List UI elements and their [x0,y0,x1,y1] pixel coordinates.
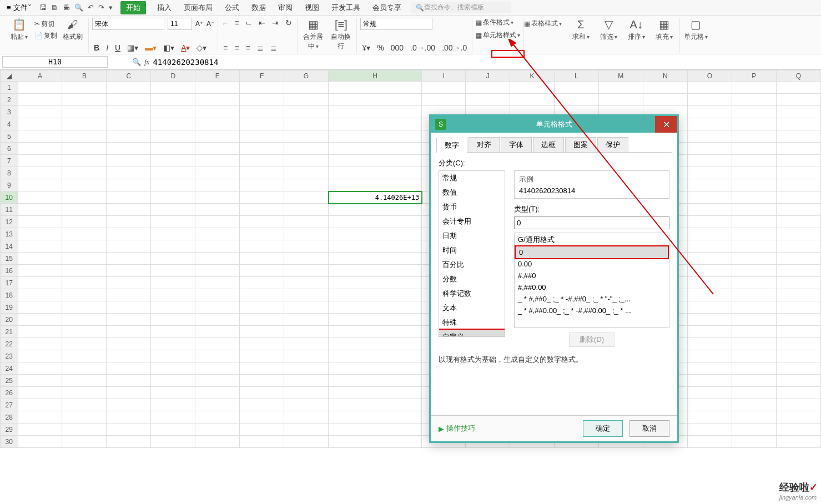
cell-F15[interactable] [240,253,284,265]
sum-button[interactable]: Σ求和 [568,18,593,42]
cell-Q12[interactable] [776,216,820,228]
type-list[interactable]: G/通用格式00.00#,##0#,##0.00_ * #,##0_ ;_ * … [514,233,669,328]
cell-G23[interactable] [284,350,329,362]
row-header-17[interactable]: 17 [1,277,18,289]
cell-Q2[interactable] [776,94,820,106]
type-item[interactable]: _ * #,##0_ ;_ * -#,##0_ ;_ * "-"_ ;_... [515,293,669,305]
cell-A9[interactable] [18,179,62,191]
cell-C3[interactable] [107,106,151,118]
cell-Q22[interactable] [776,338,820,350]
cell-E7[interactable] [195,155,240,167]
cell-G15[interactable] [284,253,329,265]
cell-E8[interactable] [195,167,240,179]
cell-P24[interactable] [732,362,776,375]
cell-D12[interactable] [151,216,195,228]
row-header-2[interactable]: 2 [1,94,18,106]
cell-E21[interactable] [195,326,240,338]
cell-Q4[interactable] [776,118,820,130]
cell-O1[interactable] [687,82,732,94]
cell-K1[interactable] [510,82,555,94]
cell-H27[interactable] [329,399,422,411]
cell-F16[interactable] [240,265,284,277]
cell-E25[interactable] [195,375,240,387]
cell-Q15[interactable] [776,253,820,265]
copy-button[interactable]: 📄 复制 [34,31,57,41]
cell-B24[interactable] [62,362,107,375]
cell-Q21[interactable] [776,326,820,338]
font-color-button[interactable]: A▾ [179,43,192,53]
cell-D20[interactable] [151,314,195,326]
cell-A25[interactable] [18,375,62,387]
cell-H12[interactable] [329,216,422,228]
cell-G25[interactable] [284,375,329,387]
cell-F4[interactable] [240,118,284,130]
cell-H3[interactable] [329,106,422,118]
cell-C8[interactable] [107,167,151,179]
cell-N1[interactable] [643,82,687,94]
cell-P8[interactable] [732,167,776,179]
cell-B10[interactable] [62,191,107,204]
cell-C18[interactable] [107,289,151,301]
type-item[interactable]: 0.00 [515,258,669,270]
cell-D6[interactable] [151,143,195,155]
cat-item[interactable]: 数值 [439,185,505,200]
cell-B28[interactable] [62,411,107,424]
cell-O4[interactable] [687,118,732,130]
cell-G21[interactable] [284,326,329,338]
row-header-21[interactable]: 21 [1,326,18,338]
command-search[interactable]: 🔍 查找命令、搜索模板 [411,2,511,13]
cell-E5[interactable] [195,130,240,143]
cell-H16[interactable] [329,265,422,277]
cell-F9[interactable] [240,179,284,191]
cell-E26[interactable] [195,387,240,399]
cell-D10[interactable] [151,191,195,204]
cat-item[interactable]: 分数 [439,272,505,286]
cell-O28[interactable] [687,411,732,424]
row-header-24[interactable]: 24 [1,362,18,375]
cell-H13[interactable] [329,228,422,240]
col-header-E[interactable]: E [195,70,240,82]
cond-format-button[interactable]: ▦ 条件格式 [476,18,513,27]
italic-button[interactable]: I [104,43,110,53]
cell-G17[interactable] [284,277,329,289]
cell-F10[interactable] [240,191,284,204]
cell-A4[interactable] [18,118,62,130]
decrease-font-icon[interactable]: A⁻ [206,20,214,28]
cell-D14[interactable] [151,240,195,253]
row-header-5[interactable]: 5 [1,130,18,143]
cat-item[interactable]: 自定义 [439,329,505,337]
cell-P4[interactable] [732,118,776,130]
cell-D4[interactable] [151,118,195,130]
cell-F1[interactable] [240,82,284,94]
cell-D2[interactable] [151,94,195,106]
col-header-A[interactable]: A [18,70,62,82]
cell-G27[interactable] [284,399,329,411]
category-list[interactable]: 常规数值货币会计专用日期时间百分比分数科学记数文本特殊自定义 [439,170,505,337]
row-header-6[interactable]: 6 [1,143,18,155]
cell-A3[interactable] [18,106,62,118]
cell-H26[interactable] [329,387,422,399]
cell-F22[interactable] [240,338,284,350]
cell-P7[interactable] [732,155,776,167]
cell-G18[interactable] [284,289,329,301]
cell-O14[interactable] [687,240,732,253]
cell-P23[interactable] [732,350,776,362]
cell-A29[interactable] [18,424,62,436]
cell-G14[interactable] [284,240,329,253]
cell-B2[interactable] [62,94,107,106]
cell-D11[interactable] [151,204,195,216]
dialog-tab-pattern[interactable]: 图案 [565,137,596,152]
cell-P13[interactable] [732,228,776,240]
cell-P10[interactable] [732,191,776,204]
file-menu[interactable]: ≡ 文件 ˅ [3,2,35,14]
indent-increase-button[interactable]: ⇥ [270,18,280,28]
fill-color-button[interactable]: ▬▾ [143,43,158,53]
cell-E22[interactable] [195,338,240,350]
cell-C14[interactable] [107,240,151,253]
cell-B19[interactable] [62,301,107,314]
cell-P30[interactable] [732,436,776,448]
cell-P2[interactable] [732,94,776,106]
cell-H10[interactable]: 4.14026E+13 [329,191,422,204]
cell-H15[interactable] [329,253,422,265]
cell-P21[interactable] [732,326,776,338]
